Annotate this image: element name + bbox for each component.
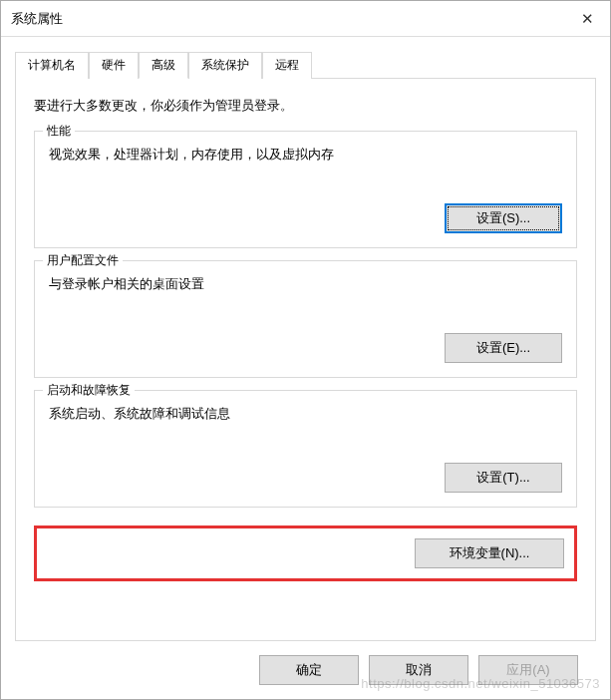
window-title: 系统属性 [11,10,63,28]
dialog-body: 计算机名 硬件 高级 系统保护 远程 要进行大多数更改，你必须作为管理员登录。 … [1,37,610,699]
env-var-highlight: 环境变量(N)... [34,525,577,581]
tab-advanced[interactable]: 高级 [139,52,188,79]
user-profiles-legend: 用户配置文件 [43,252,123,269]
dialog-footer: 确定 取消 应用(A) [15,641,596,699]
system-properties-dialog: 系统属性 ✕ 计算机名 硬件 高级 系统保护 远程 要进行大多数更改，你必须作为… [0,0,611,700]
close-icon: ✕ [581,10,594,28]
tab-strip: 计算机名 硬件 高级 系统保护 远程 [15,51,596,79]
user-profiles-desc: 与登录帐户相关的桌面设置 [49,275,562,293]
tab-hardware[interactable]: 硬件 [89,52,139,79]
tab-computer-name[interactable]: 计算机名 [15,52,89,79]
performance-settings-button[interactable]: 设置(S)... [445,203,562,233]
tab-remote[interactable]: 远程 [262,52,312,79]
startup-recovery-settings-button[interactable]: 设置(T)... [445,463,562,493]
admin-required-text: 要进行大多数更改，你必须作为管理员登录。 [34,97,577,115]
user-profiles-settings-button[interactable]: 设置(E)... [445,333,562,363]
close-button[interactable]: ✕ [564,1,610,37]
performance-desc: 视觉效果，处理器计划，内存使用，以及虚拟内存 [49,146,562,164]
startup-recovery-desc: 系统启动、系统故障和调试信息 [49,405,562,423]
titlebar: 系统属性 ✕ [1,1,610,37]
ok-button[interactable]: 确定 [259,655,359,685]
startup-recovery-group: 启动和故障恢复 系统启动、系统故障和调试信息 设置(T)... [34,390,577,508]
startup-recovery-legend: 启动和故障恢复 [43,382,135,399]
tab-system-protection[interactable]: 系统保护 [188,52,262,79]
performance-group: 性能 视觉效果，处理器计划，内存使用，以及虚拟内存 设置(S)... [34,131,577,248]
apply-button[interactable]: 应用(A) [478,655,578,685]
tab-advanced-content: 要进行大多数更改，你必须作为管理员登录。 性能 视觉效果，处理器计划，内存使用，… [15,79,596,641]
performance-legend: 性能 [43,123,75,140]
environment-variables-button[interactable]: 环境变量(N)... [415,538,564,568]
user-profiles-group: 用户配置文件 与登录帐户相关的桌面设置 设置(E)... [34,260,577,378]
cancel-button[interactable]: 取消 [369,655,468,685]
